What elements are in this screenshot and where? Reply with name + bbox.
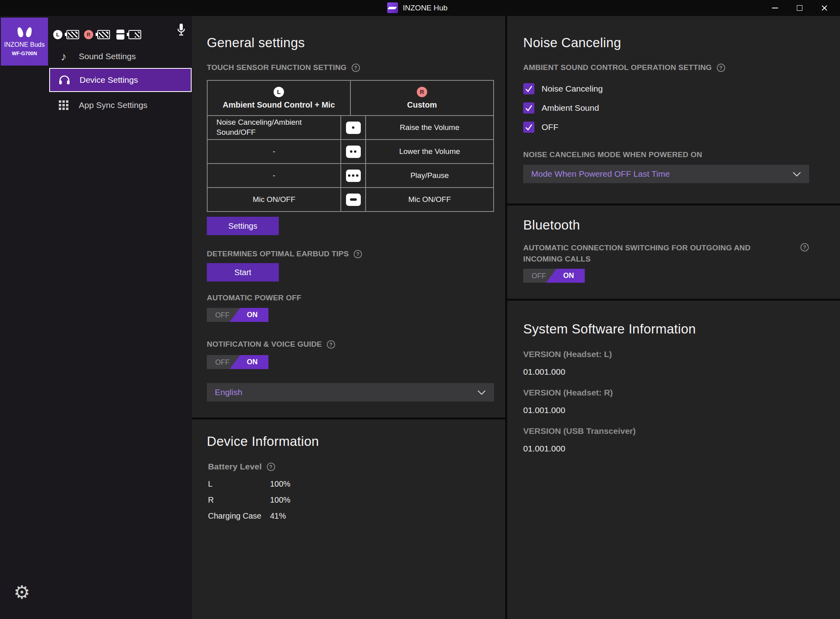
window-controls [762,0,837,16]
sidebar-item-label: App Sync Settings [79,100,148,110]
maximize-icon [797,5,802,11]
ambient-sound-control-label: AMBIENT SOUND CONTROL OPERATION SETTING … [523,63,725,72]
automatic-power-off-label: AUTOMATIC POWER OFF [207,294,301,302]
table-cell: - [208,140,340,163]
version-headset-r-label: VERSION (Headset: R) [523,388,613,397]
page-title: General settings [207,35,305,50]
sidebar-item-app-sync-settings[interactable]: App Sync Settings [49,95,192,115]
automatic-power-off-toggle[interactable]: OFF ON [207,308,268,322]
notification-voice-guide-toggle[interactable]: OFF ON [207,355,268,369]
minimize-button[interactable] [762,0,787,16]
auto-connection-switching-toggle[interactable]: OFF ON [523,269,585,283]
noise-canceling-panel: Noise Canceling AMBIENT SOUND CONTROL OP… [507,16,840,204]
language-dropdown[interactable]: English [207,383,494,401]
help-icon[interactable]: ? [327,340,335,349]
language-dropdown-value: English [215,387,242,397]
nc-mode-dropdown-value: Mode When Powered OFF Last Time [531,169,670,179]
device-information-title: Device Information [207,434,319,449]
music-note-icon: ♪ [57,51,70,62]
battery-status-row: L R [53,26,141,43]
sidebar: INZONE Buds WF-G700N L R ♪ Sound Setting… [0,16,192,619]
minimize-icon [772,8,778,8]
system-software-panel: System Software Information VERSION (Hea… [507,301,840,619]
help-icon[interactable]: ? [800,243,809,252]
triple-tap-icon [341,164,365,187]
touch-sensor-table-header: L Ambient Sound Control + Mic R Custom [208,81,493,115]
help-icon[interactable]: ? [352,64,360,72]
double-tap-icon [341,140,365,163]
checkbox-checked-icon [523,83,534,94]
maximize-button[interactable] [787,0,812,16]
device-model: WF-G700N [12,51,37,56]
titlebar-title-group: INZONE Hub [387,2,448,13]
auto-connection-switching-label: AUTOMATIC CONNECTION SWITCHING FOR OUTGO… [523,242,779,264]
battery-full-icon [97,30,110,39]
table-cell: Play/Pause [366,164,493,187]
noise-canceling-title: Noise Canceling [523,35,621,50]
general-settings-panel: General settings TOUCH SENSOR FUNCTION S… [192,16,505,417]
version-usb-transceiver-label: VERSION (USB Transceiver) [523,426,636,436]
version-usb-transceiver-value: 01.001.000 [523,444,565,453]
checkbox-checked-icon [523,122,534,133]
charging-case-icon [116,30,124,40]
battery-value: 41% [270,511,286,521]
checkbox-checked-icon [523,102,534,114]
touch-sensor-label: TOUCH SENSOR FUNCTION SETTING ? [207,63,360,72]
device-name: INZONE Buds [4,41,44,48]
noise-canceling-checkbox-row[interactable]: Noise Canceling [523,83,603,94]
touch-sensor-table-body: Noise Canceling/Ambient Sound/OFF Raise … [208,116,493,211]
table-cell: - [208,164,340,187]
settings-button[interactable]: Settings [207,217,279,235]
touch-sensor-table: L Ambient Sound Control + Mic R Custom N… [207,80,494,212]
battery-level-label: Battery Level ? [208,462,275,471]
version-headset-r-value: 01.001.000 [523,405,565,415]
l-badge-icon: L [274,87,284,97]
ambient-sound-checkbox-row[interactable]: Ambient Sound [523,102,599,114]
device-tile[interactable]: INZONE Buds WF-G700N [1,18,48,66]
app-grid-icon [57,100,70,110]
battery-value: 100% [270,479,290,489]
headphones-icon [58,75,71,85]
version-headset-l-label: VERSION (Headset: L) [523,349,612,359]
battery-row-right: R100% [208,495,290,505]
battery-r-badge: R [84,30,93,39]
device-information-panel: Device Information Battery Level ? L100%… [192,419,505,619]
battery-value: 100% [270,495,290,505]
help-icon[interactable]: ? [267,463,275,471]
mic-icon [177,23,186,38]
nc-mode-dropdown[interactable]: Mode When Powered OFF Last Time [523,165,809,183]
bluetooth-panel: Bluetooth AUTOMATIC CONNECTION SWITCHING… [507,206,840,299]
help-icon[interactable]: ? [354,250,362,258]
earbud-tips-label: DETERMINES OPTIMAL EARBUD TIPS ? [207,250,362,258]
table-cell: Mic ON/OFF [366,188,493,211]
sidebar-item-sound-settings[interactable]: ♪ Sound Settings [49,46,192,66]
table-cell: Mic ON/OFF [208,188,340,211]
sidebar-item-label: Sound Settings [79,52,136,61]
battery-row-left: L100% [208,479,290,489]
gear-icon[interactable]: ⚙ [14,583,30,601]
bluetooth-title: Bluetooth [523,218,580,233]
chevron-down-icon [477,390,486,395]
help-icon[interactable]: ? [717,64,725,72]
table-cell: Lower the Volume [366,140,493,163]
sidebar-item-device-settings[interactable]: Device Settings [49,68,192,92]
single-tap-icon [341,116,365,139]
battery-row-case: Charging Case41% [208,511,286,521]
titlebar: INZONE Hub [0,0,840,16]
battery-l-badge: L [53,30,62,39]
r-badge-icon: R [417,87,427,97]
inzone-hub-window: INZONE Hub INZONE Buds WF-G700N L R [0,0,840,619]
close-icon [821,5,828,11]
earbuds-icon [18,27,32,37]
start-button[interactable]: Start [207,263,279,282]
notification-voice-guide-label: NOTIFICATION & VOICE GUIDE ? [207,340,335,349]
left-earbud-column-header: L Ambient Sound Control + Mic [208,81,350,115]
nc-mode-powered-on-label: NOISE CANCELING MODE WHEN POWERED ON [523,150,702,159]
table-cell: Noise Canceling/Ambient Sound/OFF [208,116,340,139]
window-title: INZONE Hub [403,4,448,12]
system-software-title: System Software Information [523,321,696,337]
off-checkbox-row[interactable]: OFF [523,122,558,133]
close-button[interactable] [812,0,837,16]
battery-full-icon [66,30,79,39]
sidebar-item-label: Device Settings [80,75,138,85]
